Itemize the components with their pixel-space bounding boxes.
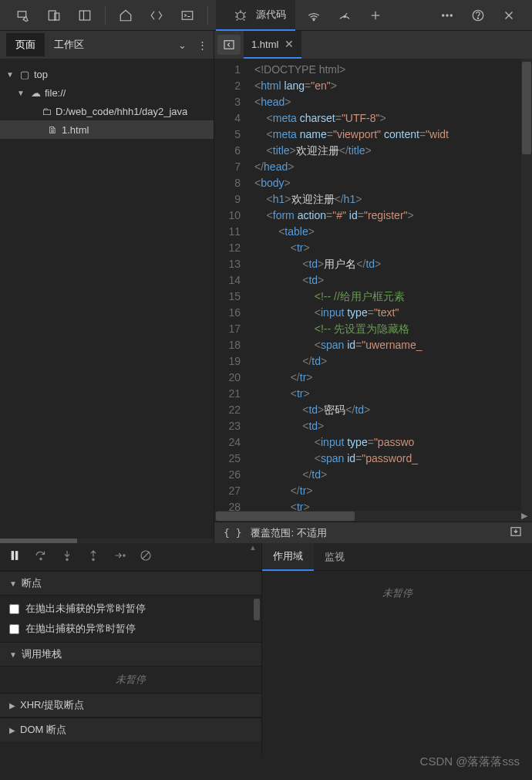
editor-vscroll[interactable] <box>521 59 532 511</box>
svg-point-11 <box>443 14 444 15</box>
more-icon[interactable] <box>436 5 458 26</box>
svg-rect-21 <box>16 552 18 560</box>
svg-rect-18 <box>224 41 234 49</box>
tab-page[interactable]: 页面 <box>6 33 45 56</box>
svg-point-13 <box>450 14 452 15</box>
svg-point-22 <box>40 558 42 559</box>
svg-line-27 <box>143 552 150 559</box>
svg-rect-3 <box>79 11 90 20</box>
performance-icon[interactable] <box>334 5 355 26</box>
navigator-panel: 页面 工作区 ⌄ ⋮ ▼▢top ▼☁file:// 🗀D:/web_code/… <box>0 31 214 543</box>
tree-file[interactable]: 🗎1.html <box>0 120 214 139</box>
editor-tab-label: 1.html <box>251 39 278 50</box>
main-toolbar: 源代码 <box>0 0 532 31</box>
tab-watch[interactable]: 监视 <box>314 544 355 570</box>
tab-scope[interactable]: 作用域 <box>262 543 314 571</box>
svg-point-24 <box>93 559 94 560</box>
svg-point-12 <box>446 14 448 15</box>
svg-rect-0 <box>18 11 26 17</box>
pause-icon[interactable] <box>8 549 22 565</box>
editor-hscroll[interactable]: ▶ <box>214 511 532 522</box>
braces-icon[interactable]: { } <box>224 527 241 539</box>
callstack-not-paused: 未暂停 <box>0 667 261 693</box>
download-icon[interactable] <box>509 525 523 541</box>
toggle-navigator-button[interactable] <box>217 35 241 55</box>
debugger-panel: ▲ ▼断点 在抛出未捕获的异常时暂停 在抛出捕获的异常时暂停 ▼调用堆栈 未暂停… <box>0 543 262 758</box>
close-icon[interactable] <box>498 5 520 26</box>
dock-icon[interactable] <box>74 5 96 26</box>
line-gutter[interactable]: 1234567891011121314151617181920212223242… <box>214 59 248 511</box>
tab-close-icon[interactable]: ✕ <box>285 38 294 50</box>
sources-tab-label: 源代码 <box>256 8 286 22</box>
help-icon[interactable] <box>467 5 489 26</box>
svg-point-7 <box>313 19 315 21</box>
console-icon[interactable] <box>177 5 198 26</box>
step-into-icon[interactable] <box>60 549 74 565</box>
svg-point-8 <box>344 15 345 17</box>
breakpoints-section[interactable]: ▼断点 <box>0 571 261 596</box>
deactivate-breakpoints-icon[interactable] <box>139 549 153 565</box>
pause-caught-checkbox[interactable] <box>9 624 19 634</box>
scope-panel: 作用域 监视 未暂停 <box>262 543 532 758</box>
inspect-icon[interactable] <box>12 5 34 26</box>
scope-not-paused: 未暂停 <box>262 571 532 758</box>
code-lines[interactable]: <!DOCTYPE html><html lang="en"><head> <m… <box>248 59 532 511</box>
tree-top[interactable]: ▼▢top <box>0 65 214 83</box>
home-icon[interactable] <box>115 5 136 26</box>
bp-scrollbar[interactable] <box>254 599 260 620</box>
step-over-icon[interactable] <box>34 549 48 565</box>
kebab-icon[interactable]: ⋮ <box>197 39 207 51</box>
tree-folder[interactable]: 🗀D:/web_code/hhh1/day2_java <box>0 102 214 120</box>
svg-point-15 <box>477 18 478 19</box>
callstack-section[interactable]: ▼调用堆栈 <box>0 642 261 667</box>
coverage-label: 覆盖范围: 不适用 <box>251 526 326 540</box>
step-icon[interactable] <box>113 549 126 565</box>
pause-uncaught-checkbox[interactable] <box>9 604 19 614</box>
editor-tab[interactable]: 1.html ✕ <box>244 31 301 59</box>
dom-section[interactable]: ▶DOM 断点 <box>0 718 261 741</box>
svg-point-25 <box>123 555 125 556</box>
svg-point-6 <box>237 12 244 19</box>
svg-point-23 <box>66 559 68 560</box>
xhr-section[interactable]: ▶XHR/提取断点 <box>0 693 261 718</box>
bug-icon <box>230 4 251 25</box>
pause-caught-row[interactable]: 在抛出捕获的异常时暂停 <box>0 619 261 639</box>
pause-uncaught-row[interactable]: 在抛出未捕获的异常时暂停 <box>0 599 261 619</box>
add-icon[interactable] <box>365 5 386 26</box>
chevron-down-icon[interactable]: ⌄ <box>178 39 187 51</box>
coverage-bar: { } 覆盖范围: 不适用 <box>214 522 532 543</box>
code-editor: 1.html ✕ 1234567891011121314151617181920… <box>214 31 532 543</box>
file-tree: ▼▢top ▼☁file:// 🗀D:/web_code/hhh1/day2_j… <box>0 59 214 539</box>
svg-rect-20 <box>12 552 13 560</box>
sources-tab[interactable]: 源代码 <box>216 0 295 31</box>
tab-workspace[interactable]: 工作区 <box>45 33 93 56</box>
device-icon[interactable] <box>43 5 65 26</box>
tree-file-protocol[interactable]: ▼☁file:// <box>0 83 214 102</box>
svg-rect-5 <box>182 11 193 19</box>
elements-icon[interactable] <box>146 5 167 26</box>
network-icon[interactable] <box>303 5 325 26</box>
step-out-icon[interactable] <box>86 549 100 565</box>
